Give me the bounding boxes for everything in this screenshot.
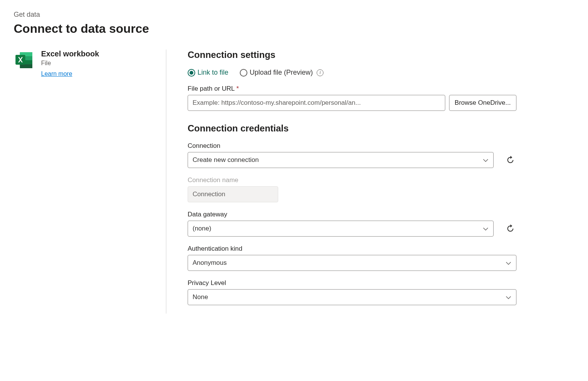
radio-label: Link to file: [198, 69, 228, 77]
refresh-gateway-button[interactable]: [504, 223, 516, 235]
connection-label: Connection: [188, 142, 516, 150]
radio-circle-icon: [188, 69, 195, 77]
radio-circle-icon: [240, 69, 247, 77]
radio-upload-file[interactable]: Upload file (Preview) i: [240, 69, 323, 77]
connection-name-input: [188, 186, 278, 202]
radio-label: Upload file (Preview): [250, 69, 313, 77]
svg-rect-3: [20, 64, 32, 69]
connector-subtitle: File: [41, 60, 99, 67]
file-path-label: File path or URL *: [188, 85, 516, 93]
connection-select[interactable]: Create new connection: [188, 152, 494, 168]
excel-icon: [14, 50, 35, 71]
auth-kind-label: Authentication kind: [188, 245, 516, 253]
auth-kind-select[interactable]: Anonymous: [188, 255, 516, 271]
browse-onedrive-button[interactable]: Browse OneDrive...: [449, 95, 516, 111]
page-title: Connect to data source: [14, 22, 574, 36]
left-panel: Excel workbook File Learn more: [14, 50, 166, 314]
data-gateway-label: Data gateway: [188, 211, 516, 218]
connection-settings-heading: Connection settings: [188, 50, 516, 60]
privacy-level-label: Privacy Level: [188, 279, 516, 287]
privacy-level-select[interactable]: None: [188, 289, 516, 305]
file-path-input[interactable]: [188, 95, 445, 111]
connection-credentials-heading: Connection credentials: [188, 123, 516, 134]
info-icon[interactable]: i: [317, 69, 323, 76]
file-mode-radio-group: Link to file Upload file (Preview) i: [188, 69, 516, 77]
connector-card: Excel workbook File Learn more: [14, 50, 157, 77]
connector-title: Excel workbook: [41, 50, 99, 58]
connection-name-label: Connection name: [188, 176, 516, 184]
data-gateway-select[interactable]: (none): [188, 221, 494, 237]
right-panel: Connection settings Link to file Upload …: [166, 50, 516, 314]
learn-more-link[interactable]: Learn more: [41, 70, 99, 77]
refresh-connection-button[interactable]: [504, 154, 516, 166]
radio-link-to-file[interactable]: Link to file: [188, 69, 228, 77]
breadcrumb: Get data: [14, 11, 574, 19]
